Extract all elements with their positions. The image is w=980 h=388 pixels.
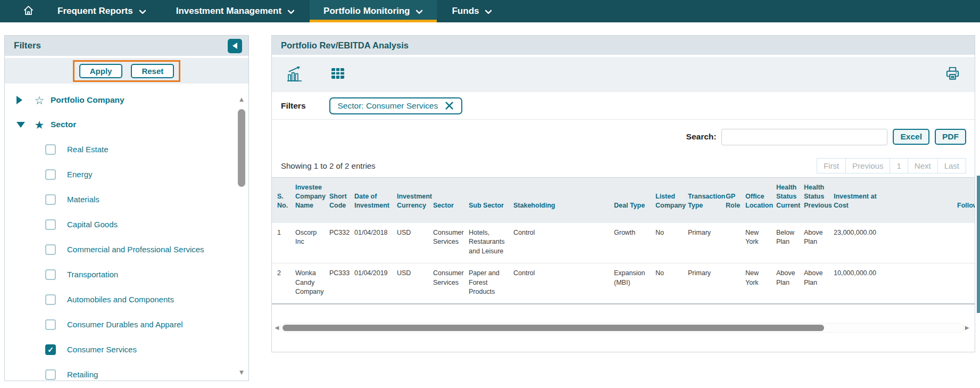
checkbox-unchecked[interactable] <box>45 144 56 155</box>
checkbox-unchecked[interactable] <box>45 244 56 255</box>
top-navigation: Frequent ReportsInvestment ManagementPor… <box>0 0 980 22</box>
apply-button[interactable]: Apply <box>79 64 123 78</box>
table-cell: Consumer Services <box>428 223 463 263</box>
scroll-down-icon[interactable]: ▼ <box>237 368 246 376</box>
filter-option-consumer-services[interactable]: ✓Consumer Services <box>5 337 235 362</box>
filter-option-energy[interactable]: Energy <box>5 162 235 187</box>
showing-entries-text: Showing 1 to 2 of 2 entries <box>281 161 376 170</box>
table-status-row: Showing 1 to 2 of 2 entries FirstPreviou… <box>272 154 975 177</box>
table-cell <box>952 223 975 263</box>
column-header-follow-on-investment: Follow on Investment <box>952 178 975 223</box>
checkbox-unchecked[interactable] <box>45 194 56 205</box>
page-button-previous[interactable]: Previous <box>845 158 890 174</box>
filter-option-capital-goods[interactable]: Capital Goods <box>5 212 235 237</box>
page-button-last[interactable]: Last <box>937 158 966 174</box>
portfolio-table: S. No.Investee Company NameShort CodeDat… <box>272 177 975 304</box>
page-button-next[interactable]: Next <box>908 158 938 174</box>
printer-icon <box>944 65 961 84</box>
filter-option-label: Materials <box>67 195 99 204</box>
nav-menu: Frequent ReportsInvestment ManagementPor… <box>43 0 507 22</box>
table-cell: 1 <box>272 223 290 263</box>
table-cell: Primary <box>683 223 720 263</box>
nav-item-investment-management[interactable]: Investment Management <box>161 0 310 22</box>
filters-panel-header: Filters <box>5 36 248 56</box>
checkbox-unchecked[interactable] <box>45 294 56 305</box>
checkbox-unchecked[interactable] <box>45 369 56 380</box>
home-button[interactable] <box>14 0 43 22</box>
portfolio-analysis-panel: Portfolio Rev/EBITDA Analysis <box>271 35 975 352</box>
table-cell: Control <box>508 263 609 304</box>
filter-option-label: Automobiles and Components <box>67 295 174 304</box>
view-toolbar <box>272 57 975 92</box>
column-header-short-code: Short Code <box>324 178 349 223</box>
horizontal-scrollbar-thumb[interactable] <box>283 325 824 331</box>
star-outline-icon[interactable]: ☆ <box>32 95 46 106</box>
table-cell: New York <box>740 223 771 263</box>
filter-option-label: Retailing <box>67 370 98 379</box>
nav-item-label: Frequent Reports <box>57 6 133 16</box>
table-row[interactable]: 1Oscorp IncPC33201/04/2018USDConsumer Se… <box>272 223 975 263</box>
column-header-health-status-current: Health Status Current <box>771 178 799 223</box>
search-input[interactable] <box>721 129 887 145</box>
table-cell: 01/04/2019 <box>349 263 392 304</box>
excel-export-button[interactable]: Excel <box>893 129 929 145</box>
table-cell: Oscorp Inc <box>290 223 324 263</box>
filter-option-transportation[interactable]: Transportation <box>5 262 235 287</box>
home-icon <box>22 4 35 19</box>
column-header-investee-company-name: Investee Company Name <box>290 178 324 223</box>
filter-option-real-estate[interactable]: Real Estate <box>5 137 235 162</box>
horizontal-scrollbar-track[interactable] <box>280 323 964 333</box>
filters-vertical-scrollbar[interactable]: ▲ ▼ <box>237 95 246 376</box>
column-header-investment-currency: Investment Currency <box>392 178 428 223</box>
nav-item-frequent-reports[interactable]: Frequent Reports <box>43 0 161 22</box>
collapse-left-icon <box>232 43 237 49</box>
star-filled-icon[interactable]: ★ <box>32 119 46 130</box>
column-header-transaction-type: Transaction Type <box>683 178 720 223</box>
scroll-left-icon[interactable]: ◄ <box>273 324 280 332</box>
filter-group-sector[interactable]: ★Sector <box>5 112 235 137</box>
filter-option-materials[interactable]: Materials <box>5 187 235 212</box>
scroll-right-icon[interactable]: ► <box>964 324 970 332</box>
page-button-first[interactable]: First <box>817 158 846 174</box>
table-cell: Above Plan <box>771 263 799 304</box>
filter-group-portfolio-company[interactable]: ☆Portfolio Company <box>5 88 235 112</box>
filter-option-commercial-and-professional-services[interactable]: Commercial and Professional Services <box>5 237 235 262</box>
checkbox-checked[interactable]: ✓ <box>45 344 56 355</box>
column-header-stakeholding: Stakeholding <box>508 178 609 223</box>
chevron-down-icon <box>287 10 295 14</box>
filter-option-retailing[interactable]: Retailing <box>5 362 235 381</box>
page-button-1[interactable]: 1 <box>890 158 908 174</box>
table-cell: Above Plan <box>799 263 828 304</box>
filter-option-consumer-durables-and-apparel[interactable]: Consumer Durables and Apparel <box>5 312 235 337</box>
table-view-button[interactable] <box>330 65 346 84</box>
vertical-scrollbar-thumb[interactable] <box>238 109 245 187</box>
checkbox-unchecked[interactable] <box>45 269 56 280</box>
column-header-date-of-investment: Date of Investment <box>349 178 392 223</box>
table-cell: Hotels, Restaurants and Leisure <box>463 223 508 263</box>
table-vertical-scrollbar[interactable] <box>977 176 980 313</box>
panel-header: Portfolio Rev/EBITDA Analysis <box>272 36 975 55</box>
table-horizontal-scrollbar[interactable]: ◄ ► <box>272 321 975 334</box>
reset-button[interactable]: Reset <box>131 64 174 78</box>
active-filters-row: Filters Sector: Consumer Services <box>272 92 975 120</box>
checkbox-unchecked[interactable] <box>45 319 56 330</box>
table-row[interactable]: 2Wonka Candy CompanyPC33301/04/2019USDCo… <box>272 263 975 304</box>
nav-item-portfolio-monitoring[interactable]: Portfolio Monitoring <box>310 0 437 22</box>
close-icon[interactable] <box>445 101 454 110</box>
filters-panel-title: Filters <box>14 40 41 51</box>
checkbox-unchecked[interactable] <box>45 169 56 180</box>
triangle-right-icon[interactable] <box>16 96 22 104</box>
print-button[interactable] <box>944 65 961 84</box>
collapse-panel-button[interactable] <box>228 39 242 53</box>
chart-view-button[interactable] <box>286 65 303 85</box>
checkbox-unchecked[interactable] <box>45 219 56 230</box>
table-cell: Wonka Candy Company <box>290 263 324 304</box>
scroll-up-icon[interactable]: ▲ <box>237 95 246 103</box>
nav-item-funds[interactable]: Funds <box>437 0 507 22</box>
filter-option-automobiles-and-components[interactable]: Automobiles and Components <box>5 287 235 312</box>
table-cell <box>720 263 740 304</box>
triangle-down-icon[interactable] <box>16 122 25 128</box>
active-filter-chip[interactable]: Sector: Consumer Services <box>329 97 463 114</box>
table-cell: Consumer Services <box>428 263 463 304</box>
pdf-export-button[interactable]: PDF <box>935 129 966 145</box>
